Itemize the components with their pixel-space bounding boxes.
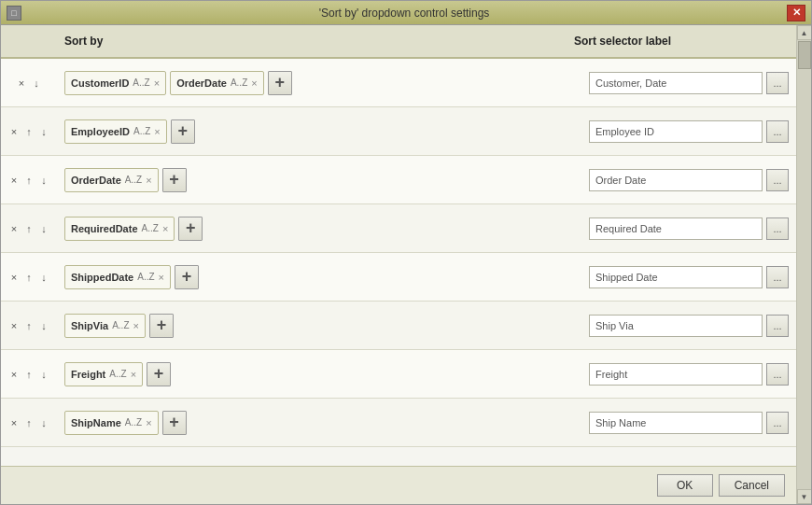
label-ellipsis-btn-1[interactable]: ... (766, 120, 789, 143)
label-input-5[interactable] (589, 315, 763, 337)
add-sort-btn-2[interactable]: + (162, 168, 187, 192)
label-input-0[interactable] (589, 72, 763, 94)
label-ellipsis-btn-0[interactable]: ... (766, 72, 789, 94)
chip-remove-4-0[interactable]: × (159, 272, 164, 283)
row-controls-1: ×↑↓ (1, 125, 57, 138)
cancel-button[interactable]: Cancel (719, 474, 785, 497)
chip-remove-7-0[interactable]: × (146, 417, 151, 428)
label-input-7[interactable] (589, 412, 763, 434)
chip-remove-1-0[interactable]: × (154, 126, 160, 137)
ctrl-up-btn-6[interactable]: ↑ (22, 368, 35, 381)
add-sort-btn-6[interactable]: + (147, 362, 171, 386)
main-panel: Sort by Sort selector label ×↓CustomerID… (1, 25, 796, 504)
scrollbar-header (781, 31, 796, 51)
add-sort-btn-4[interactable]: + (175, 265, 199, 289)
chip-sort-0-0: A..Z (133, 77, 149, 88)
label-ellipsis-btn-3[interactable]: ... (766, 217, 789, 240)
chips-area-6: FreightA..Z×+ (57, 362, 581, 386)
ctrl-up-btn-2[interactable]: ↑ (22, 174, 35, 187)
chip-name-2-0: OrderDate (71, 175, 121, 186)
ctrl-up-btn-5[interactable]: ↑ (22, 319, 35, 332)
row-controls-3: ×↑↓ (1, 222, 57, 235)
label-input-2[interactable] (589, 169, 763, 191)
chip-3-0: RequiredDateA..Z× (64, 217, 175, 241)
chip-7-0: ShipNameA..Z× (64, 411, 159, 435)
row-controls-2: ×↑↓ (1, 174, 57, 187)
add-sort-btn-5[interactable]: + (149, 314, 174, 338)
chip-remove-6-0[interactable]: × (131, 369, 136, 380)
ctrl-up-btn-1[interactable]: ↑ (22, 125, 35, 138)
ctrl-delete-btn-3[interactable]: × (7, 222, 21, 235)
ctrl-down-btn-4[interactable]: ↓ (37, 271, 50, 284)
chip-name-7-0: ShipName (71, 417, 121, 428)
ctrl-up-btn-7[interactable]: ↑ (22, 416, 35, 429)
chip-remove-3-0[interactable]: × (162, 223, 168, 234)
chip-name-6-0: Freight (71, 369, 105, 380)
label-ellipsis-btn-2[interactable]: ... (766, 169, 789, 191)
add-sort-btn-1[interactable]: + (171, 119, 195, 144)
scroll-thumb[interactable] (798, 41, 811, 69)
chip-remove-2-0[interactable]: × (146, 175, 151, 186)
ctrl-up-btn-3[interactable]: ↑ (22, 222, 35, 235)
chip-remove-5-0[interactable]: × (133, 320, 139, 331)
ctrl-delete-btn-1[interactable]: × (7, 125, 21, 138)
row-controls-4: ×↑↓ (1, 271, 57, 284)
label-ellipsis-btn-4[interactable]: ... (766, 266, 789, 288)
scroll-track[interactable] (797, 40, 812, 489)
label-area-4: ... (581, 266, 796, 288)
label-input-4[interactable] (589, 266, 763, 288)
label-area-5: ... (581, 315, 796, 337)
ctrl-down-btn-6[interactable]: ↓ (37, 368, 50, 381)
chip-6-0: FreightA..Z× (64, 362, 143, 386)
ctrl-up-btn-4[interactable]: ↑ (22, 271, 35, 284)
chip-sort-7-0: A..Z (125, 417, 142, 428)
scroll-down-button[interactable]: ▼ (797, 489, 812, 504)
chip-name-3-0: RequiredDate (71, 223, 138, 234)
ctrl-down-btn-1[interactable]: ↓ (37, 125, 50, 138)
ctrl-down-btn-2[interactable]: ↓ (37, 174, 50, 187)
scroll-up-button[interactable]: ▲ (797, 25, 812, 40)
chip-name-1-0: EmployeeID (71, 126, 130, 137)
label-ellipsis-btn-5[interactable]: ... (766, 315, 789, 337)
row-controls-7: ×↑↓ (1, 416, 57, 429)
label-ellipsis-btn-7[interactable]: ... (766, 412, 789, 434)
window-icon: □ (7, 6, 21, 21)
chip-sort-5-0: A..Z (112, 320, 129, 330)
label-input-6[interactable] (589, 363, 763, 386)
chip-sort-4-0: A..Z (137, 272, 154, 282)
chips-area-2: OrderDateA..Z×+ (57, 168, 581, 192)
chip-name-0-1: OrderDate (176, 77, 227, 89)
ctrl-delete-btn-6[interactable]: × (7, 368, 21, 381)
chip-name-4-0: ShippedDate (71, 272, 133, 283)
label-ellipsis-btn-6[interactable]: ... (766, 363, 789, 386)
add-sort-btn-0[interactable]: + (268, 71, 292, 95)
add-sort-btn-3[interactable]: + (178, 217, 203, 241)
chip-name-5-0: ShipVia (71, 320, 108, 331)
ctrl-down-btn-5[interactable]: ↓ (37, 319, 50, 332)
chip-1-0: EmployeeIDA..Z× (64, 119, 167, 144)
chips-area-0: CustomerIDA..Z×OrderDateA..Z×+ (57, 71, 581, 95)
label-area-6: ... (581, 363, 796, 386)
ctrl-delete-btn-0[interactable]: × (15, 77, 28, 90)
chip-4-0: ShippedDateA..Z× (64, 265, 171, 289)
ctrl-delete-btn-2[interactable]: × (7, 174, 21, 187)
ctrl-down-btn-0[interactable]: ↓ (30, 77, 43, 90)
label-input-3[interactable] (589, 217, 763, 240)
close-button[interactable]: ✕ (787, 5, 805, 21)
table-row: ×↑↓FreightA..Z×+... (1, 350, 796, 399)
chip-remove-0-0[interactable]: × (154, 77, 160, 89)
ctrl-delete-btn-4[interactable]: × (7, 271, 21, 284)
sort-by-header: Sort by (57, 31, 567, 51)
add-sort-btn-7[interactable]: + (162, 411, 187, 435)
ctrl-delete-btn-7[interactable]: × (7, 416, 21, 429)
ctrl-delete-btn-5[interactable]: × (7, 319, 21, 332)
ctrl-down-btn-7[interactable]: ↓ (37, 416, 50, 429)
table-row: ×↑↓ShippedDateA..Z×+... (1, 253, 796, 302)
table-header: Sort by Sort selector label (1, 25, 796, 59)
ok-button[interactable]: OK (657, 474, 713, 497)
label-input-1[interactable] (589, 120, 763, 143)
ctrl-down-btn-3[interactable]: ↓ (37, 222, 50, 235)
chip-remove-0-1[interactable]: × (251, 77, 257, 89)
label-area-0: ... (581, 72, 796, 94)
chip-sort-2-0: A..Z (125, 175, 142, 185)
